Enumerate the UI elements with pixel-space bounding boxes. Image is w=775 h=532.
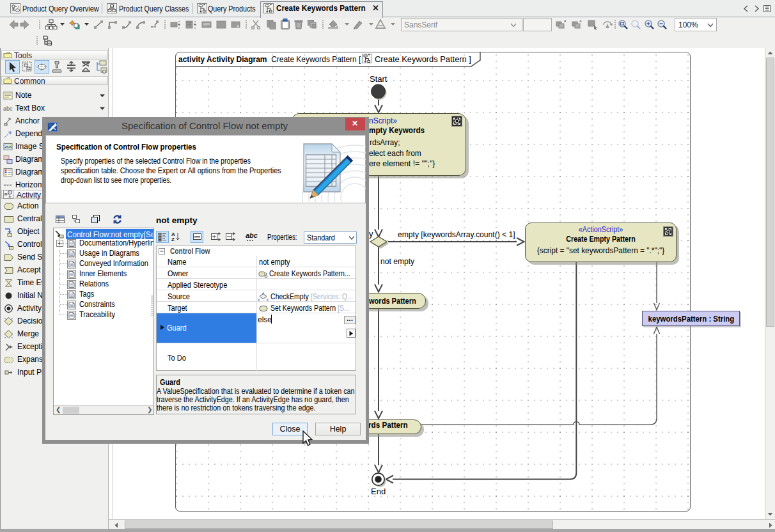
svg-text:abc: abc — [3, 106, 13, 112]
svg-text:Z: Z — [171, 237, 175, 242]
svg-text:abc: abc — [246, 231, 258, 239]
